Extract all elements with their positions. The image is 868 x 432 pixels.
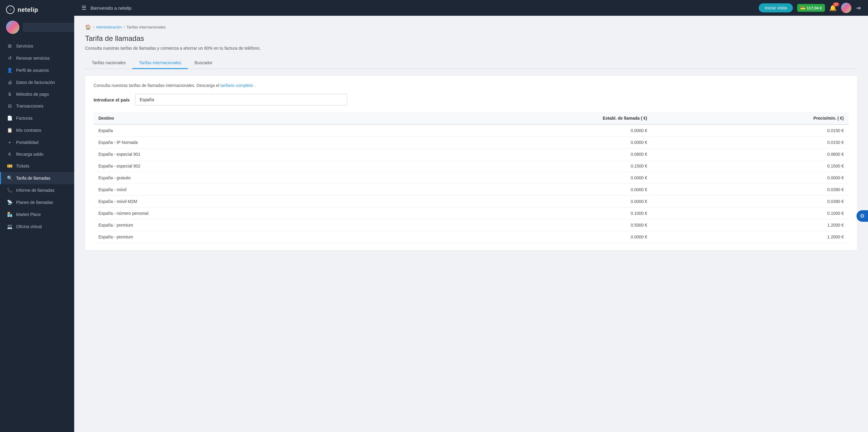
nav-icon-servicios: ⊞ [7,43,12,49]
sidebar-item-servicios[interactable]: ⊞Servicios [0,40,74,52]
logout-icon[interactable]: ⇥ [856,4,861,11]
cell-destino-8: España - premium [94,219,386,231]
nav-icon-informe: 📞 [7,187,12,193]
cell-establ-5: 0.0000 € [386,184,652,196]
sidebar-item-facturacion[interactable]: 🖨Datos de facturación [0,76,74,88]
main-area: ☰ Bienvenido a netelip Iniciar visita 💳 … [74,0,868,432]
topbar: ☰ Bienvenido a netelip Iniciar visita 💳 … [74,0,868,16]
avatar[interactable] [6,21,20,34]
sidebar-item-marketplace[interactable]: 🏪Market Place [0,209,74,220]
cell-destino-6: España - móvil M2M [94,196,386,208]
notification-bell[interactable]: 🔔 17 [829,4,837,11]
sidebar-item-renovar[interactable]: ↺Renovar servicios [0,52,74,64]
breadcrumb-admin-link[interactable]: Administración [96,25,122,29]
nav-label-marketplace: Market Place [16,212,41,217]
rates-table: Destino Establ. de llamada ( €) Precio/m… [94,112,848,243]
nav-icon-perfil: 👤 [7,67,12,73]
nav-label-recarga: Recarga saldo [16,152,43,157]
breadcrumb-current: Tarifas internacionales [127,25,166,29]
tab-buscador[interactable]: Buscador [188,57,219,69]
breadcrumb-separator: / [93,25,94,29]
table-row: España - móvil M2M 0.0000 € 0.0390 € [94,196,848,208]
hamburger-icon[interactable]: ☰ [82,4,86,11]
sidebar: ○ netelip ⊞Servicios↺Renovar servicios👤P… [0,0,74,432]
cell-destino-1: España - IP Nomada [94,136,386,149]
cell-establ-4: 0.0000 € [386,172,652,184]
sidebar-item-perfil[interactable]: 👤Perfil de usuarios [0,64,74,76]
col-header-destino: Destino [94,112,386,124]
sidebar-nav: ⊞Servicios↺Renovar servicios👤Perfil de u… [0,37,74,432]
table-row: España - móvil 0.0000 € 0.0390 € [94,184,848,196]
nav-icon-marketplace: 🏪 [7,212,12,217]
cell-precio-3: 0.1500 € [652,160,848,172]
nav-icon-metodos: $ [7,92,12,97]
sidebar-item-tarifa[interactable]: 🔍Tarifa de llamadas [0,172,74,184]
table-row: España - especial 902 0.1500 € 0.1500 € [94,160,848,172]
cell-establ-6: 0.0000 € [386,196,652,208]
nav-label-tickets: Tickets [16,163,29,168]
visit-button[interactable]: Iniciar visita [759,3,793,12]
page-title: Tarifa de llamadas [85,34,857,43]
nav-icon-tickets: 🎫 [7,163,12,169]
topbar-left: ☰ Bienvenido a netelip [82,4,131,11]
sidebar-item-informe[interactable]: 📞Informe de llamadas [0,184,74,196]
topbar-right: Iniciar visita 💳 117,04 € 🔔 17 ⇥ [759,3,861,13]
sidebar-item-tickets[interactable]: 🎫Tickets [0,160,74,172]
table-row: España - premium 0.5000 € 1.2000 € [94,219,848,231]
page-subtitle: Consulta nuestras tarifas de llamadas y … [85,46,857,51]
cell-precio-2: 0.0600 € [652,149,848,160]
table-row: España - premium 0.0000 € 1.2000 € [94,231,848,243]
sidebar-item-contratos[interactable]: 📋Mis contratos [0,124,74,136]
cell-destino-4: España - gratuito [94,172,386,184]
nav-icon-tarifa: 🔍 [7,176,12,181]
sidebar-item-recarga[interactable]: €Recarga saldo [0,148,74,160]
country-row: Introduce el país [94,94,848,105]
tabs-bar: Tarifas nacionalesTarifas internacionale… [85,57,857,69]
right-panel-button[interactable]: ⚙ [857,210,868,222]
sidebar-item-oficina[interactable]: 💻Oficina virtual [0,220,74,233]
nav-icon-recarga: € [7,152,12,157]
sidebar-search-input[interactable] [23,23,74,32]
cell-destino-2: España - especial 901 [94,149,386,160]
nav-label-portabilidad: Portabilidad [16,140,38,145]
cell-establ-8: 0.5000 € [386,219,652,231]
cell-establ-0: 0.0000 € [386,124,652,136]
nav-label-contratos: Mis contratos [16,128,41,133]
card-desc-end: . [254,83,255,88]
cell-destino-0: España [94,124,386,136]
user-avatar-top[interactable] [841,3,851,13]
nav-icon-planes: 📡 [7,199,12,205]
rates-card: Consulta nuestras tarifas de llamadas in… [85,76,857,250]
balance-amount: 117,04 € [807,6,822,10]
table-row: España - número personal 0.1000 € 0.1000… [94,208,848,219]
nav-icon-transacciones: ⊟ [7,103,12,109]
sidebar-item-planes[interactable]: 📡Planes de llamadas [0,196,74,209]
nav-icon-facturacion: 🖨 [7,80,12,85]
cell-establ-3: 0.1500 € [386,160,652,172]
nav-icon-oficina: 💻 [7,224,12,229]
sidebar-item-transacciones[interactable]: ⊟Transacciones [0,100,74,112]
table-header-row: Destino Establ. de llamada ( €) Precio/m… [94,112,848,124]
nav-label-planes: Planes de llamadas [16,200,53,205]
cell-destino-5: España - móvil [94,184,386,196]
sidebar-item-portabilidad[interactable]: +Portabilidad [0,136,74,148]
sidebar-item-metodos[interactable]: $Métodos de pago [0,88,74,100]
cell-establ-7: 0.1000 € [386,208,652,219]
table-row: España - IP Nomada 0.0000 € 0.0150 € [94,136,848,149]
tab-internacionales[interactable]: Tarifas internacionales [132,57,188,69]
cell-destino-3: España - especial 902 [94,160,386,172]
tab-nacionales[interactable]: Tarifas nacionales [85,57,132,69]
page-content: 🏠 / Administración / Tarifas internacion… [74,16,868,432]
logo-icon: ○ [6,5,14,14]
sidebar-item-facturas[interactable]: 📄Facturas [0,112,74,124]
nav-icon-facturas: 📄 [7,116,12,121]
col-header-establ: Establ. de llamada ( €) [386,112,652,124]
logo-text: netelip [18,6,38,13]
balance-badge: 💳 117,04 € [797,4,825,12]
home-icon[interactable]: 🏠 [85,24,91,30]
breadcrumb-separator-2: / [124,25,125,29]
nav-label-tarifa: Tarifa de llamadas [16,176,51,181]
tariff-link[interactable]: tarifario completo [220,83,253,88]
country-input[interactable] [135,94,347,105]
nav-label-facturas: Facturas [16,116,32,121]
